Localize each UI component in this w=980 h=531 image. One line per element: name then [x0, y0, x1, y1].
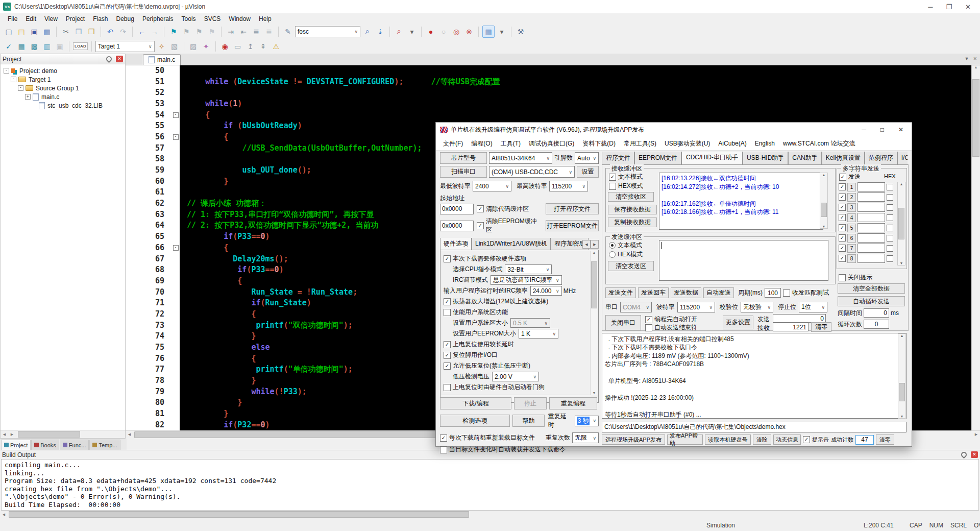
hw-tab-1[interactable]: Link1D/Writer1A/U8W脱机: [472, 238, 551, 250]
scroll-down-icon[interactable]: ▼: [591, 391, 598, 395]
dialog-tab-2[interactable]: CDC/HID-串口助手: [681, 152, 743, 164]
project-hscrollbar[interactable]: ◀ ▶: [1, 430, 125, 438]
menu-item-debug[interactable]: Debug: [113, 14, 138, 23]
find-combo[interactable]: fosc∨: [295, 26, 360, 37]
scroll-right-icon[interactable]: ▶: [972, 432, 980, 437]
hw-option-select[interactable]: 32-Bit∨: [505, 264, 552, 274]
paste-icon[interactable]: ❒: [86, 26, 97, 37]
hw-option-select[interactable]: 2.00 V∨: [492, 372, 539, 381]
multi-row-input[interactable]: [857, 192, 885, 202]
step-icon[interactable]: ↥: [245, 41, 256, 52]
multi-row-number-button[interactable]: 4: [847, 213, 856, 222]
multi-row-hex-checkbox[interactable]: [887, 184, 893, 190]
multi-row-number-button[interactable]: 8: [847, 254, 856, 263]
multi-vscrollbar[interactable]: ▲▼: [897, 182, 905, 266]
tab-list-dropdown-icon[interactable]: ▼: [965, 56, 969, 61]
scroll-up-icon[interactable]: ▲: [972, 65, 980, 69]
multi-row-number-button[interactable]: 3: [847, 203, 856, 212]
download-program-button[interactable]: 下载/编程: [440, 397, 511, 409]
uncomment-icon[interactable]: ≣: [263, 26, 275, 37]
auto-open-after-program-checkbox[interactable]: ✓编程完自动打开: [645, 315, 697, 324]
close-button[interactable]: ✕: [965, 3, 971, 11]
close-tab-icon[interactable]: ✕: [973, 56, 977, 61]
menu-item-view[interactable]: View: [41, 14, 61, 23]
period-input[interactable]: 100: [765, 288, 781, 298]
tree-item-project-demo[interactable]: -Project: demo: [1, 66, 125, 75]
target-select[interactable]: Target 1∨: [95, 41, 155, 52]
loop-count-input[interactable]: 0: [864, 320, 889, 329]
tab-scroll-right-icon[interactable]: ▶: [591, 240, 599, 249]
clear-button[interactable]: 清除: [753, 435, 771, 445]
navigate-forward-icon[interactable]: →: [149, 26, 160, 37]
scroll-up-icon[interactable]: ▲: [591, 251, 598, 254]
port-select[interactable]: COM4∨: [620, 302, 652, 312]
stopbit-select[interactable]: 1位∨: [799, 302, 827, 312]
reset-count-button[interactable]: 清零: [876, 435, 894, 445]
panel-tab-temp[interactable]: Temp...: [89, 440, 120, 450]
autoload-on-change-checkbox[interactable]: 当目标文件变化时自动装载并发送下载命令: [440, 445, 566, 454]
dialog-menu-item-4[interactable]: 资料下载(D): [579, 138, 619, 149]
dynamic-info-button[interactable]: 动态信息: [773, 435, 801, 445]
port-settings-button[interactable]: 设置: [577, 166, 599, 178]
multi-row-checkbox[interactable]: ✓: [839, 234, 846, 242]
multi-row-hex-checkbox[interactable]: [887, 235, 893, 242]
baud-select[interactable]: 115200∨: [677, 302, 715, 312]
min-baud-select[interactable]: 2400∨: [473, 181, 511, 191]
prev-bookmark-icon[interactable]: ⚑: [181, 26, 192, 37]
step-over-icon[interactable]: ⇞: [258, 41, 269, 52]
scroll-up-icon[interactable]: ▲: [822, 173, 826, 177]
minimize-button[interactable]: ─: [928, 3, 933, 11]
clear-eeprom-buffer-checkbox[interactable]: ✓清除EEPROM缓冲区: [477, 217, 543, 234]
close-tip-checkbox[interactable]: 关闭提示: [839, 273, 872, 282]
auto-send-terminator-checkbox[interactable]: 自动发送结束符: [645, 323, 697, 332]
multi-row-number-button[interactable]: 5: [847, 224, 856, 232]
download-load-button[interactable]: LOAD: [73, 42, 88, 50]
send-file-button[interactable]: 发送文件: [605, 287, 636, 298]
status-info-box[interactable]: . 下次下载用户程序时,没有相关的端口控制485 . 下次下载时不需要校验下载口…: [602, 333, 906, 419]
open-folder-icon[interactable]: ▤: [16, 26, 27, 37]
reset-counters-button[interactable]: 清零: [811, 322, 831, 332]
dialog-menu-item-0[interactable]: 文件(F): [440, 138, 466, 149]
pins-select[interactable]: Auto∨: [575, 152, 599, 164]
recv-hex-mode-checkbox[interactable]: HEX模式: [609, 182, 643, 190]
scroll-right-icon[interactable]: ▶: [8, 432, 16, 437]
options-vscrollbar[interactable]: ▲▼: [590, 251, 598, 395]
parity-select[interactable]: 无校验∨: [741, 302, 773, 312]
fold-collapse-icon[interactable]: -: [173, 112, 179, 118]
multi-row-hex-checkbox[interactable]: [887, 255, 893, 262]
multi-row-checkbox[interactable]: ✓: [839, 245, 846, 252]
hw-option-select[interactable]: 总是动态调节IRC频率∨: [491, 275, 562, 285]
hw-option-checkbox[interactable]: ✓复位脚用作I/O口: [444, 351, 498, 359]
dialog-tab-4[interactable]: CAN助手: [788, 152, 821, 164]
warning-icon[interactable]: ⚠: [271, 41, 282, 52]
menu-item-tools[interactable]: Tools: [178, 14, 200, 23]
max-baud-select[interactable]: 115200∨: [549, 181, 588, 191]
copy-receive-button[interactable]: 复制接收数据: [608, 218, 657, 227]
multi-row-number-button[interactable]: 6: [847, 234, 856, 243]
push-pin-icon[interactable]: [105, 55, 113, 63]
menu-item-window[interactable]: Window: [225, 14, 254, 23]
multi-row-checkbox[interactable]: ✓: [839, 224, 846, 231]
publish-app-button[interactable]: 远程现场升级APP发布: [602, 435, 665, 445]
new-file-icon[interactable]: ▢: [3, 26, 14, 37]
scroll-up-icon[interactable]: ▲: [900, 334, 904, 337]
scan-port-button[interactable]: 扫描串口: [440, 166, 487, 178]
repeat-delay-select[interactable]: 3 秒∨: [575, 416, 599, 426]
stop-button[interactable]: 停止: [514, 397, 547, 409]
hw-option-checkbox[interactable]: ✓本次下载需要修改硬件选项: [444, 254, 526, 263]
hw-option-select[interactable]: 24.000∨: [530, 286, 562, 296]
dialog-tab-3[interactable]: USB-HID助手: [743, 152, 788, 164]
dialog-menu-item-2[interactable]: 工具(T): [498, 138, 524, 149]
close-port-button[interactable]: 关闭串口: [605, 315, 641, 330]
beep-checkbox[interactable]: ✓提示音: [803, 436, 829, 444]
incremental-find-icon[interactable]: ⇣: [375, 26, 386, 37]
menu-item-help[interactable]: Help: [255, 14, 275, 23]
scroll-left-icon[interactable]: ◀: [126, 432, 133, 437]
build-icon[interactable]: ▦: [16, 41, 27, 52]
cut-icon[interactable]: ✂: [60, 26, 71, 37]
help-button[interactable]: 帮助: [512, 415, 545, 427]
serial-port-select[interactable]: (COM4) USB-CDC,CDC∨: [489, 166, 575, 178]
batch-build-icon[interactable]: ▥: [41, 41, 53, 52]
send-textarea[interactable]: [659, 240, 828, 281]
find-in-files-icon[interactable]: ⌕: [362, 26, 373, 37]
